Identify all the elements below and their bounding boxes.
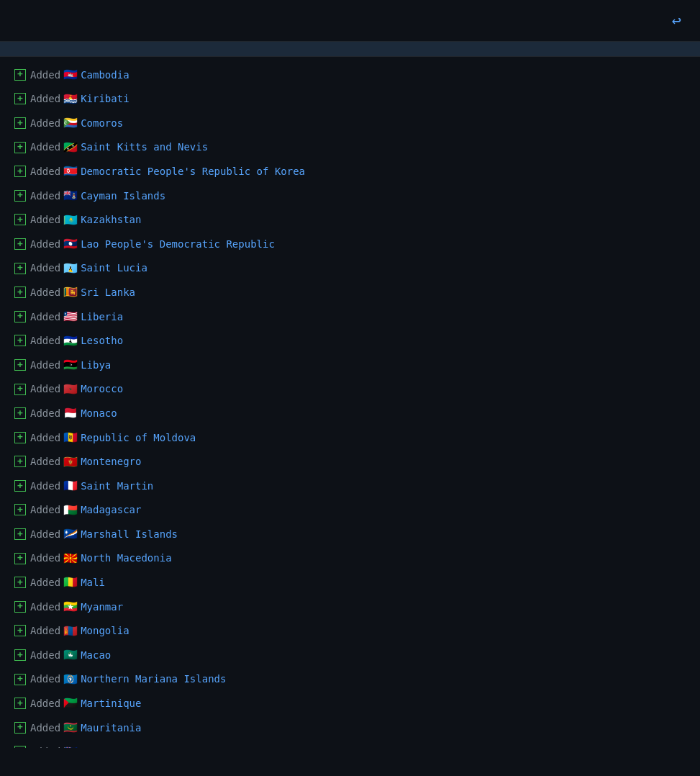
flag-emoji: 🇲🇪 <box>63 453 78 472</box>
country-link[interactable]: Kazakhstan <box>81 212 141 227</box>
page-header: ↩ <box>0 0 700 42</box>
plus-icon: + <box>14 480 26 492</box>
plus-icon: + <box>14 214 26 225</box>
country-link[interactable]: Madagascar <box>81 502 141 518</box>
added-label: Added <box>30 526 60 542</box>
country-link[interactable]: Sri Lanka <box>81 284 135 300</box>
list-item: + Added 🇲🇶 Martinique <box>0 691 700 716</box>
country-link[interactable]: Kiribati <box>81 91 129 107</box>
plus-icon: + <box>14 746 26 748</box>
country-link[interactable]: Mongolia <box>81 623 129 639</box>
plus-icon: + <box>14 311 26 322</box>
added-label: Added <box>30 502 60 518</box>
added-label: Added <box>30 647 60 663</box>
app-container: ↩ + Added 🇰🇭 Cambodia + Added 🇰🇮 Kiribat… <box>0 0 700 748</box>
list-item: + Added 🇱🇦 Lao People's Democratic Repub… <box>0 232 700 256</box>
flag-emoji: 🇱🇨 <box>63 259 78 278</box>
added-label: Added <box>30 599 60 615</box>
plus-icon: + <box>14 407 26 419</box>
added-label: Added <box>30 430 60 446</box>
country-link[interactable]: Mauritania <box>81 720 141 736</box>
flag-emoji: 🇰🇾 <box>63 186 78 205</box>
plus-icon: + <box>14 166 26 177</box>
list-item: + Added 🇱🇾 Libya <box>0 353 700 377</box>
list-item: + Added 🇲🇸 Montserrat <box>0 740 700 748</box>
plus-icon: + <box>14 238 26 250</box>
country-link[interactable]: Liberia <box>81 309 123 325</box>
flag-emoji: 🇲🇶 <box>63 694 78 713</box>
flag-emoji: 🇲🇸 <box>63 743 78 748</box>
flag-emoji: 🇲🇴 <box>63 646 78 664</box>
added-label: Added <box>30 720 60 736</box>
flag-emoji: 🇰🇲 <box>63 114 78 132</box>
plus-icon: + <box>14 504 26 515</box>
country-link[interactable]: Saint Lucia <box>81 260 147 276</box>
country-link[interactable]: Saint Martin <box>81 478 153 494</box>
list-item: + Added 🇲🇪 Montenegro <box>0 450 700 474</box>
country-link[interactable]: North Macedonia <box>81 550 171 566</box>
added-label: Added <box>30 454 60 469</box>
country-link[interactable]: Saint Kitts and Nevis <box>81 139 208 155</box>
country-link[interactable]: Northern Mariana Islands <box>81 671 226 687</box>
list-item: + Added 🇲🇱 Mali <box>0 570 700 595</box>
country-link[interactable]: Libya <box>81 357 111 373</box>
list-item: + Added 🇱🇨 Saint Lucia <box>0 256 700 281</box>
country-link[interactable]: Montenegro <box>81 454 141 469</box>
flag-emoji: 🇲🇫 <box>63 477 78 495</box>
country-link[interactable]: Marshall Islands <box>81 526 178 542</box>
added-label: Added <box>30 188 60 204</box>
plus-icon: + <box>14 142 26 153</box>
country-link[interactable]: Cambodia <box>81 67 129 83</box>
added-label: Added <box>30 574 60 590</box>
added-label: Added <box>30 623 60 639</box>
list-item: + Added 🇰🇿 Kazakhstan <box>0 208 700 233</box>
added-label: Added <box>30 671 60 687</box>
country-link[interactable]: Macao <box>81 647 111 663</box>
country-link[interactable]: Comoros <box>81 115 123 131</box>
plus-icon: + <box>14 601 26 613</box>
country-link[interactable]: Lesotho <box>81 333 123 348</box>
country-link[interactable]: Monaco <box>81 405 117 421</box>
country-link[interactable]: Morocco <box>81 381 123 397</box>
country-link[interactable]: Martinique <box>81 695 141 711</box>
added-label: Added <box>30 309 60 325</box>
added-label: Added <box>30 139 60 155</box>
flag-emoji: 🇱🇦 <box>63 235 78 253</box>
list-item: + Added 🇲🇦 Morocco <box>0 377 700 402</box>
plus-icon: + <box>14 625 26 636</box>
plus-icon: + <box>14 553 26 564</box>
list-item: + Added 🇲🇬 Madagascar <box>0 498 700 523</box>
country-link[interactable]: Lao People's Democratic Republic <box>81 236 275 252</box>
content-area: + Added 🇰🇭 Cambodia + Added 🇰🇮 Kiribati … <box>0 57 700 748</box>
added-label: Added <box>30 478 60 494</box>
flag-emoji: 🇰🇭 <box>63 66 78 84</box>
list-item: + Added 🇱🇷 Liberia <box>0 304 700 329</box>
list-item: + Added 🇲🇭 Marshall Islands <box>0 522 700 546</box>
flag-emoji: 🇲🇦 <box>63 380 78 399</box>
list-item: + Added 🇱🇸 Lesotho <box>0 329 700 353</box>
flag-emoji: 🇲🇳 <box>63 622 78 641</box>
added-label: Added <box>30 405 60 421</box>
flag-emoji: 🇲🇷 <box>63 718 78 737</box>
plus-icon: + <box>14 93 26 104</box>
country-link[interactable]: Mali <box>81 574 105 590</box>
plus-icon: + <box>14 117 26 129</box>
list-item: + Added 🇲🇰 North Macedonia <box>0 546 700 571</box>
back-button[interactable]: ↩ <box>672 12 686 30</box>
country-link[interactable]: Republic of Moldova <box>81 430 196 446</box>
country-link[interactable]: Cayman Islands <box>81 188 165 204</box>
country-link[interactable]: Montserrat <box>81 744 141 748</box>
list-item: + Added 🇲🇩 Republic of Moldova <box>0 425 700 450</box>
list-item: + Added 🇰🇾 Cayman Islands <box>0 184 700 208</box>
added-label: Added <box>30 284 60 300</box>
added-label: Added <box>30 381 60 397</box>
plus-icon: + <box>14 359 26 371</box>
list-item: + Added 🇲🇫 Saint Martin <box>0 474 700 498</box>
flag-emoji: 🇲🇵 <box>63 670 78 689</box>
country-link[interactable]: Myanmar <box>81 599 123 615</box>
added-label: Added <box>30 67 60 83</box>
items-list[interactable]: + Added 🇰🇭 Cambodia + Added 🇰🇮 Kiribati … <box>0 57 700 748</box>
back-arrow-icon: ↩ <box>672 12 681 30</box>
country-link[interactable]: Democratic People's Republic of Korea <box>81 163 305 179</box>
plus-icon: + <box>14 190 26 202</box>
